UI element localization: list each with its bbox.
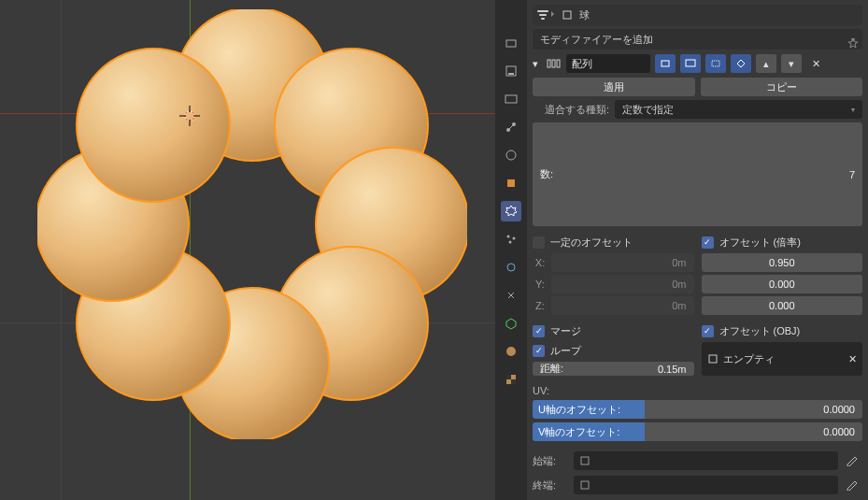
uv-label: UV:: [533, 385, 862, 396]
array-modifier-icon: [547, 57, 562, 70]
svg-point-25: [509, 241, 512, 244]
svg-rect-22: [507, 179, 515, 187]
merge-distance-field[interactable]: 距離:0.15m: [533, 362, 694, 376]
cage-toggle[interactable]: [731, 54, 751, 73]
svg-point-7: [77, 49, 230, 202]
delete-modifier-button[interactable]: ✕: [806, 58, 825, 70]
svg-rect-31: [537, 10, 548, 12]
modifier-name-field[interactable]: 配列: [566, 54, 650, 73]
collapse-icon[interactable]: ▾: [533, 58, 542, 70]
count-field[interactable]: 数: 7: [533, 122, 862, 226]
physics-tab-icon[interactable]: [501, 257, 521, 278]
svg-line-20: [509, 125, 513, 129]
v-offset-field[interactable]: 0.0000: [645, 422, 862, 441]
svg-rect-39: [686, 60, 695, 66]
relative-offset-checkbox[interactable]: ✓ オフセット (倍率): [702, 234, 863, 250]
render-visibility-toggle[interactable]: [655, 54, 676, 73]
object-tab-icon[interactable]: [501, 173, 521, 193]
eyedropper-icon[interactable]: [846, 479, 862, 491]
mesh-icon: [579, 455, 591, 466]
svg-rect-16: [508, 73, 514, 75]
viewport-visibility-toggle[interactable]: [680, 54, 701, 73]
svg-rect-43: [581, 481, 589, 489]
svg-rect-29: [506, 375, 511, 379]
constant-offset-checkbox[interactable]: 一定のオフセット: [533, 234, 694, 250]
eyedropper-icon[interactable]: [846, 455, 862, 466]
filter-icon[interactable]: [536, 8, 555, 21]
svg-point-23: [507, 236, 510, 238]
svg-point-27: [506, 347, 516, 356]
relative-x-field[interactable]: 0.950: [702, 253, 863, 272]
u-offset-label: U軸のオフセット:: [533, 400, 645, 419]
svg-rect-38: [662, 61, 669, 66]
properties-tabs: [495, 0, 527, 500]
merge-checkbox[interactable]: ✓マージ: [533, 322, 694, 339]
apply-button[interactable]: 適用: [533, 78, 695, 96]
scene-tab-icon[interactable]: [501, 117, 521, 137]
mesh-icon: [579, 479, 591, 491]
data-tab-icon[interactable]: [501, 313, 521, 334]
move-up-button[interactable]: ▴: [756, 54, 776, 73]
end-cap-field[interactable]: [574, 476, 838, 494]
loop-checkbox[interactable]: ✓ループ: [533, 342, 694, 359]
constant-z-field[interactable]: 0m: [551, 296, 694, 315]
copy-button[interactable]: コピー: [701, 78, 863, 96]
svg-point-21: [506, 150, 516, 160]
svg-rect-40: [712, 61, 719, 66]
svg-rect-17: [505, 95, 517, 103]
svg-point-24: [513, 237, 516, 240]
svg-rect-33: [541, 18, 545, 20]
empty-icon: [707, 353, 719, 364]
constraints-tab-icon[interactable]: [501, 285, 521, 306]
texture-tab-icon[interactable]: [501, 369, 521, 390]
editmode-toggle[interactable]: [705, 54, 726, 73]
render-tab-icon[interactable]: [501, 33, 521, 53]
svg-rect-37: [557, 60, 560, 67]
v-offset-label: V軸のオフセット:: [533, 422, 645, 441]
u-offset-field[interactable]: 0.0000: [645, 400, 862, 419]
constant-y-field[interactable]: 0m: [551, 275, 694, 293]
start-cap-field[interactable]: [574, 451, 838, 470]
relative-y-field[interactable]: 0.000: [702, 275, 863, 293]
particles-tab-icon[interactable]: [501, 229, 521, 250]
output-tab-icon[interactable]: [501, 61, 521, 81]
fit-type-dropdown[interactable]: 定数で指定: [615, 100, 862, 119]
context-header: 球: [533, 5, 862, 25]
pin-icon[interactable]: [847, 37, 859, 49]
object-offset-checkbox[interactable]: ✓オフセット (OBJ): [702, 322, 863, 339]
add-modifier-dropdown[interactable]: モディファイアーを追加: [533, 29, 862, 50]
svg-rect-36: [552, 60, 555, 67]
svg-rect-34: [563, 11, 571, 19]
mesh-object-preview: [37, 9, 467, 439]
viewport-3d[interactable]: [0, 0, 495, 500]
object-offset-target-field[interactable]: エンプティ ✕: [702, 342, 863, 376]
viewlayer-tab-icon[interactable]: [501, 89, 521, 109]
svg-rect-41: [709, 355, 717, 363]
svg-rect-14: [506, 40, 516, 47]
world-tab-icon[interactable]: [501, 145, 521, 165]
svg-rect-35: [548, 60, 550, 67]
modifier-tab-icon[interactable]: [501, 201, 521, 221]
clear-object-button[interactable]: ✕: [848, 353, 857, 365]
object-name: 球: [579, 8, 590, 22]
svg-rect-42: [581, 457, 589, 464]
move-down-button[interactable]: ▾: [781, 54, 802, 73]
svg-rect-32: [539, 14, 547, 16]
modifier-header: ▾ 配列 ▴ ▾ ✕: [533, 53, 862, 74]
svg-rect-30: [511, 379, 516, 384]
material-tab-icon[interactable]: [501, 341, 521, 362]
properties-panel: 球 モディファイアーを追加 ▾ 配列 ▴ ▾ ✕ 適用 コピー 適合: [527, 0, 868, 500]
end-cap-label: 終端:: [533, 479, 566, 493]
fit-type-label: 適合する種類:: [533, 103, 609, 117]
object-type-icon: [561, 8, 574, 21]
relative-z-field[interactable]: 0.000: [702, 296, 863, 315]
start-cap-label: 始端:: [533, 454, 566, 468]
constant-x-field[interactable]: 0m: [551, 253, 694, 272]
svg-point-26: [507, 264, 515, 271]
